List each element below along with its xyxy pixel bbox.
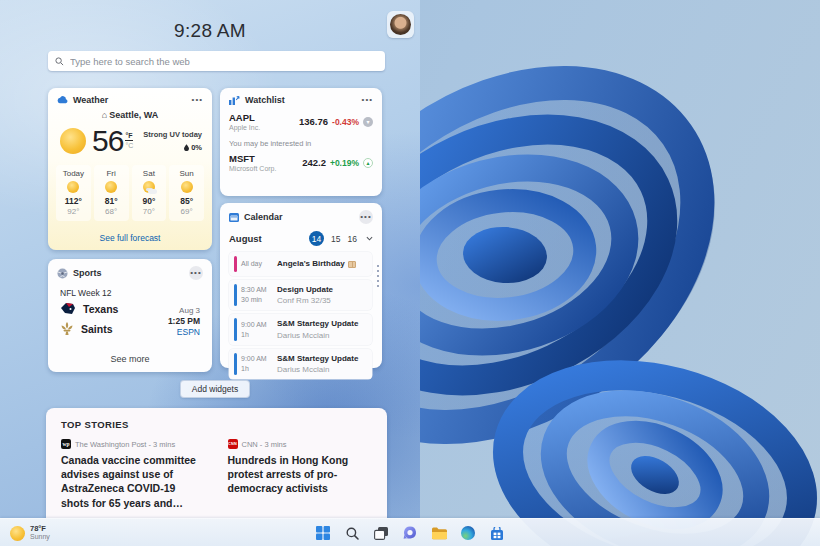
calendar-title: Calendar xyxy=(244,212,283,222)
calendar-date[interactable]: 15 xyxy=(331,234,340,244)
sunny-icon xyxy=(67,181,79,193)
bloom-flower-graphic xyxy=(390,0,820,546)
game-network: ESPN xyxy=(168,327,200,337)
top-stories-heading: TOP STORIES xyxy=(61,419,372,430)
watchlist-title: Watchlist xyxy=(245,95,285,105)
sports-widget[interactable]: Sports ••• NFL Week 12 Texans xyxy=(48,259,212,372)
taskbar-search-button[interactable] xyxy=(341,522,363,544)
sunny-icon xyxy=(10,526,25,541)
chevron-down-icon[interactable] xyxy=(366,235,373,242)
game-date: Aug 3 xyxy=(168,306,200,315)
trend-up-icon: ▴ xyxy=(363,158,373,168)
saints-fleur-de-lis-icon xyxy=(60,322,74,336)
windows-logo-icon xyxy=(316,526,330,540)
see-full-forecast-link[interactable]: See full forecast xyxy=(48,233,212,243)
weather-widget[interactable]: Weather ••• ⌂Seattle, WA 56 °F °C Strong… xyxy=(48,88,212,250)
search-icon xyxy=(346,527,359,540)
taskbar-condition: Sunny xyxy=(30,533,50,542)
precipitation: 0% xyxy=(143,143,202,152)
team-row[interactable]: Saints xyxy=(60,322,118,336)
washington-post-icon: wp xyxy=(61,439,71,449)
celsius-toggle[interactable]: °C xyxy=(125,142,133,149)
see-more-link[interactable]: See more xyxy=(48,354,212,364)
start-button[interactable] xyxy=(312,522,334,544)
widgets-panel: 9:28 AM Weather ••• ⌂Seattle, WA 56 °F °… xyxy=(0,0,420,518)
forecast-row: Today 112° 92° Fri 81° 68° Sat 90° 70° S… xyxy=(48,158,212,221)
edge-browser-button[interactable] xyxy=(457,522,479,544)
game-time: 1:25 PM xyxy=(168,316,200,326)
sports-league-label: NFL Week 12 xyxy=(48,284,212,300)
fahrenheit-toggle[interactable]: °F xyxy=(125,132,133,141)
sunny-icon xyxy=(60,128,86,154)
stock-row[interactable]: AAPL Apple Inc. 136.76 -0.43% ▾ xyxy=(220,109,382,131)
search-icon xyxy=(55,57,64,66)
partly-cloudy-icon xyxy=(143,181,155,193)
team-row[interactable]: Texans xyxy=(60,302,118,315)
task-view-icon xyxy=(374,527,388,540)
avatar xyxy=(390,14,411,35)
forecast-day[interactable]: Today 112° 92° xyxy=(56,165,91,221)
sunny-icon xyxy=(181,181,193,193)
calendar-event[interactable]: All day Angela's Birthday xyxy=(229,252,372,276)
news-story[interactable]: CNN CNN - 3 mins Hundreds in Hong Kong p… xyxy=(228,439,373,510)
calendar-date[interactable]: 16 xyxy=(348,234,357,244)
forecast-day[interactable]: Sun 85° 69° xyxy=(169,165,204,221)
calendar-menu-button[interactable]: ••• xyxy=(359,210,373,224)
calendar-icon xyxy=(229,212,239,222)
story-headline[interactable]: Canada vaccine committee advises against… xyxy=(61,453,206,510)
weather-title: Weather xyxy=(73,95,108,105)
calendar-month: August xyxy=(229,233,262,244)
droplet-icon xyxy=(184,144,189,151)
home-icon: ⌂ xyxy=(102,110,107,120)
calendar-scroll-indicator[interactable] xyxy=(377,265,379,287)
taskbar: 78°F Sunny xyxy=(0,518,820,546)
taskbar-widgets-button[interactable]: 78°F Sunny xyxy=(5,521,55,545)
watchlist-widget[interactable]: Watchlist ••• AAPL Apple Inc. 136.76 -0.… xyxy=(220,88,382,196)
texans-logo-icon xyxy=(60,302,76,315)
watchlist-suggestion-label: You may be interested in xyxy=(220,131,382,150)
news-story[interactable]: wp The Washington Post - 3 mins Canada v… xyxy=(61,439,206,510)
gift-icon xyxy=(348,261,356,268)
chat-bubble-icon xyxy=(403,526,417,540)
file-explorer-button[interactable] xyxy=(428,522,450,544)
weather-menu-button[interactable]: ••• xyxy=(192,96,203,104)
calendar-event[interactable]: 9:00 AM1h S&M Startegy UpdateDarius Mccl… xyxy=(229,314,372,344)
sports-menu-button[interactable]: ••• xyxy=(189,266,203,280)
weather-location: ⌂Seattle, WA xyxy=(48,110,212,120)
sports-title: Sports xyxy=(73,268,102,278)
calendar-event[interactable]: 9:00 AM1h S&M Startegy UpdateDarius Mccl… xyxy=(229,349,372,379)
add-widgets-button[interactable]: Add widgets xyxy=(180,380,250,398)
cnn-icon: CNN xyxy=(228,439,238,449)
calendar-widget[interactable]: Calendar ••• August 14 15 16 All day Ang… xyxy=(220,203,382,368)
edge-icon xyxy=(461,526,475,540)
top-stories-card: TOP STORIES wp The Washington Post - 3 m… xyxy=(46,408,387,518)
chat-button[interactable] xyxy=(399,522,421,544)
profile-button[interactable] xyxy=(387,11,414,38)
search-input[interactable] xyxy=(70,56,378,67)
calendar-event[interactable]: 8:30 AM30 min Design UpdateConf Rm 32/35 xyxy=(229,280,372,310)
calendar-date-selected[interactable]: 14 xyxy=(309,231,324,246)
sunny-icon xyxy=(105,181,117,193)
taskbar-temperature: 78°F xyxy=(30,524,50,533)
clock: 9:28 AM xyxy=(0,20,420,42)
forecast-day[interactable]: Fri 81° 68° xyxy=(94,165,129,221)
cloud-icon xyxy=(57,96,68,104)
trend-down-icon: ▾ xyxy=(363,117,373,127)
forecast-day[interactable]: Sat 90° 70° xyxy=(132,165,167,221)
microsoft-store-button[interactable] xyxy=(486,522,508,544)
store-bag-icon xyxy=(490,527,504,540)
stock-row[interactable]: MSFT Microsoft Corp. 242.2 +0.19% ▴ xyxy=(220,150,382,172)
current-temperature: 56 xyxy=(92,124,123,158)
watchlist-menu-button[interactable]: ••• xyxy=(362,96,373,104)
weather-alert: Strong UV today xyxy=(143,130,202,139)
story-headline[interactable]: Hundreds in Hong Kong protest arrests of… xyxy=(228,453,373,496)
stocks-chart-icon xyxy=(229,95,240,105)
sports-ball-icon xyxy=(57,268,68,279)
web-search-bar[interactable] xyxy=(48,51,385,71)
folder-icon xyxy=(432,527,447,540)
task-view-button[interactable] xyxy=(370,522,392,544)
